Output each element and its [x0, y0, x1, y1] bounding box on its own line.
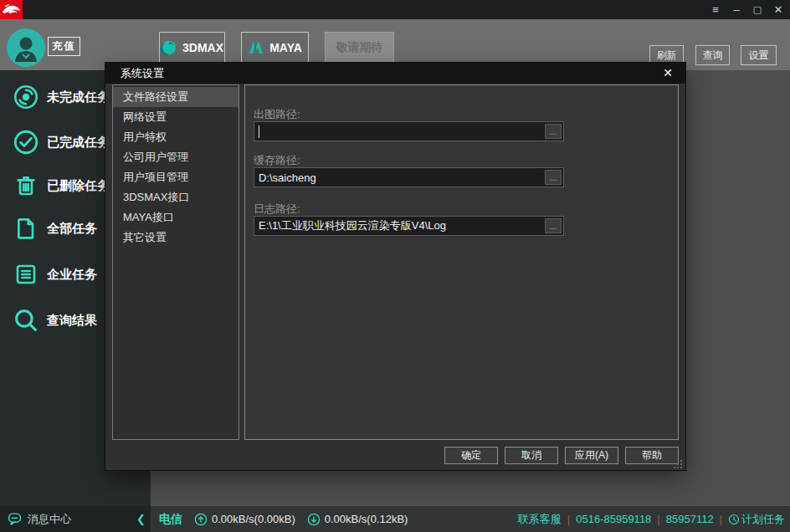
download-speed: 0.00kB/s(0.12kB): [307, 513, 408, 526]
user-avatar[interactable]: [7, 28, 45, 67]
cancel-button[interactable]: 取消: [505, 447, 558, 464]
maximize-icon[interactable]: ▢: [751, 5, 764, 14]
separator: |: [720, 513, 722, 525]
ok-button[interactable]: 确定: [444, 447, 498, 464]
dialog-title: 系统设置: [121, 66, 164, 81]
log-path-browse-button[interactable]: ...: [545, 218, 562, 233]
check-circle-icon: [11, 127, 41, 157]
status-bar: 消息中心 ❮ 电信 0.00kB/s(0.00kB) 0.00kB/s(0.12…: [0, 506, 790, 532]
tab-3dmax-label: 3DMAX: [182, 41, 223, 54]
output-path-label: 出图路径:: [254, 107, 300, 122]
contact-info: 联系客服 | 0516-85959118 | 85957112 | 计划任务: [518, 506, 785, 532]
text-caret: [259, 125, 259, 138]
minimize-icon[interactable]: –: [730, 4, 743, 15]
nav-item-3dsmax-interface[interactable]: 3DSMAX接口: [113, 187, 239, 207]
upload-icon: [194, 513, 208, 526]
sidebar-item-label: 已删除任务: [47, 178, 110, 194]
nav-item-file-paths[interactable]: 文件路径设置: [113, 87, 239, 107]
scheduled-tasks-label: 计划任务: [741, 512, 785, 527]
cache-path-input[interactable]: D:\saicheng ...: [254, 167, 564, 187]
close-icon[interactable]: ✕: [772, 4, 785, 15]
app-logo: [0, 0, 23, 19]
sidebar-item-label: 全部任务: [47, 221, 97, 237]
nav-item-company-users[interactable]: 公司用户管理: [113, 147, 239, 167]
sidebar-item-label: 查询结果: [47, 313, 97, 329]
upload-speed-value: 0.00kB/s(0.00kB): [212, 513, 295, 525]
system-settings-dialog: 系统设置 ✕ 文件路径设置 网络设置 用户特权 公司用户管理 用户项目管理 3D…: [105, 62, 686, 471]
3dmax-logo-icon: [161, 39, 177, 56]
message-center-label: 消息中心: [28, 512, 71, 527]
tab-maya[interactable]: MAYA: [241, 32, 309, 63]
dialog-close-icon[interactable]: ✕: [660, 65, 675, 80]
network-status: 电信 0.00kB/s(0.00kB) 0.00kB/s(0.12kB): [159, 506, 408, 532]
output-path-browse-button[interactable]: ...: [545, 124, 562, 139]
search-icon: [11, 305, 41, 335]
nav-item-network[interactable]: 网络设置: [113, 107, 239, 127]
apply-button[interactable]: 应用(A): [565, 447, 618, 464]
download-icon: [307, 513, 321, 526]
file-paths-panel: 出图路径: ... 缓存路径: D:\saicheng ... 日志路径: E:…: [244, 84, 679, 440]
output-path-input[interactable]: ...: [254, 121, 564, 141]
cache-path-label: 缓存路径:: [254, 153, 300, 168]
clock-icon: [728, 514, 740, 525]
separator: |: [567, 513, 570, 525]
log-path-label: 日志路径:: [254, 202, 300, 217]
person-icon: [7, 28, 45, 67]
trash-icon: [11, 171, 41, 201]
separator: |: [657, 513, 659, 525]
contact-service-link[interactable]: 联系客服: [518, 512, 562, 527]
nav-item-other-settings[interactable]: 其它设置: [113, 228, 239, 248]
sidebar-item-label: 已完成任务: [47, 135, 110, 151]
nav-item-user-projects[interactable]: 用户项目管理: [113, 167, 239, 187]
log-path-value: E:\1\工业职业科技园云渲染专版V4\Log: [259, 218, 446, 233]
window-controls: ≡ – ▢ ✕: [709, 0, 785, 19]
phoenix-logo-icon: [2, 2, 21, 18]
dialog-titlebar[interactable]: 系统设置 ✕: [105, 63, 685, 84]
phone-primary: 0516-85959118: [576, 513, 651, 525]
upload-speed: 0.00kB/s(0.00kB): [194, 513, 295, 526]
list-document-icon: [11, 259, 41, 289]
menu-icon[interactable]: ≡: [709, 4, 722, 15]
tab-maya-label: MAYA: [269, 41, 302, 54]
document-icon: [11, 213, 41, 243]
recharge-button[interactable]: 充值: [48, 37, 80, 56]
window-titlebar: ≡ – ▢ ✕: [0, 0, 790, 19]
sidebar-item-label: 企业任务: [47, 267, 97, 283]
message-center[interactable]: 消息中心: [0, 506, 151, 532]
tab-coming-soon[interactable]: 敬请期待: [325, 32, 394, 63]
tab-3dmax[interactable]: 3DMAX: [159, 32, 225, 63]
cache-path-value: D:\saicheng: [259, 171, 316, 184]
settings-button[interactable]: 设置: [741, 45, 777, 65]
collapse-chevron-icon[interactable]: ❮: [136, 506, 146, 532]
query-button[interactable]: 查询: [695, 45, 730, 65]
app-window: ≡ – ▢ ✕ 充值 3DMAX: [0, 0, 790, 532]
nav-item-maya-interface[interactable]: MAYA接口: [113, 207, 239, 228]
nav-item-user-privileges[interactable]: 用户特权: [113, 127, 239, 147]
message-bubble-icon: [8, 512, 22, 526]
target-circle-icon: [11, 82, 41, 112]
carrier-label: 电信: [159, 512, 182, 527]
download-speed-value: 0.00kB/s(0.12kB): [325, 513, 408, 525]
help-button[interactable]: 帮助: [625, 447, 679, 464]
cache-path-browse-button[interactable]: ...: [545, 170, 562, 185]
scheduled-tasks-link[interactable]: 计划任务: [728, 512, 785, 527]
phone-secondary: 85957112: [666, 513, 714, 525]
log-path-input[interactable]: E:\1\工业职业科技园云渲染专版V4\Log ...: [254, 216, 564, 236]
tab-coming-soon-label: 敬请期待: [336, 40, 383, 55]
sidebar-item-label: 未完成任务: [47, 90, 110, 105]
settings-nav-list: 文件路径设置 网络设置 用户特权 公司用户管理 用户项目管理 3DSMAX接口 …: [112, 84, 239, 440]
maya-logo-icon: [248, 39, 264, 56]
resize-grip[interactable]: [673, 458, 683, 468]
